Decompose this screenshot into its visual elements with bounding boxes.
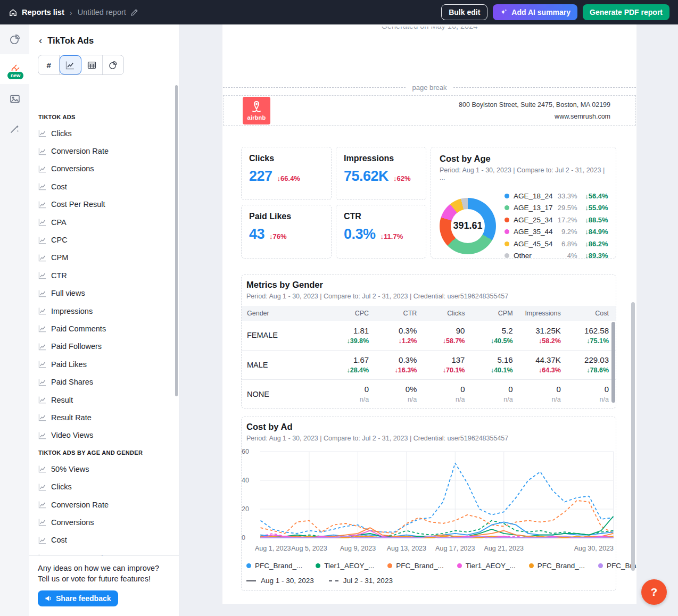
x-tick-label: Aug 13, 2023: [387, 545, 426, 552]
generate-pdf-button[interactable]: Generate PDF report: [583, 4, 669, 20]
legend-label: AGE_35_44: [514, 228, 553, 236]
sidebar-item-result-rate[interactable]: Result Rate: [29, 409, 179, 426]
metric-cell: 162.58↓75.1%: [568, 321, 616, 350]
sidebar-item-paid-likes[interactable]: Paid Likes: [29, 355, 179, 373]
metric-cell: 0n/a: [424, 379, 472, 409]
legend-dot: [505, 242, 509, 246]
sidebar-metric-list: TIKTOK ADSClicksConversion RateConversio…: [29, 109, 179, 555]
sidebar-item-impressions[interactable]: Impressions: [29, 302, 179, 320]
sidebar-item-paid-comments[interactable]: Paid Comments: [29, 320, 179, 337]
sidebar-item-ctr[interactable]: CTR: [29, 267, 179, 284]
help-button[interactable]: ?: [641, 579, 667, 605]
series-legend-item-3: Tier1_AEOY_...: [457, 562, 516, 570]
top-bar: Reports list › Untitled report Bulk edit…: [0, 0, 678, 24]
legend-delta: ↓84.9%: [577, 228, 608, 236]
rail-item-widgets[interactable]: [0, 24, 29, 54]
series-legend: PFC_Brand_...Tier1_AEOY_...PFC_Brand_...…: [246, 562, 616, 570]
sidebar-item-result[interactable]: Result: [29, 391, 179, 409]
add-ai-summary-button[interactable]: Add AI summary: [493, 4, 577, 20]
sidebar-item-video-views[interactable]: Video Views: [29, 427, 179, 444]
back-button[interactable]: ‹: [39, 35, 42, 46]
series-legend-item-1: Tier1_AEOY_...: [316, 562, 374, 570]
sidebar-item-conversion-rate[interactable]: Conversion Rate: [29, 496, 179, 513]
cell-delta: ↓58.2%: [520, 337, 561, 345]
sidebar-item-paid-followers[interactable]: Paid Followers: [29, 338, 179, 355]
toggle-line-chart-view[interactable]: [60, 55, 81, 74]
sidebar-item-cpm[interactable]: CPM: [29, 249, 179, 267]
kpi-widget-grid: Cost by Age Period: Aug 1 - 30, 2023 | C…: [241, 147, 616, 259]
toggle-pie-chart-view[interactable]: [103, 55, 123, 74]
brand-header-widget[interactable]: airbnb 800 Boylston Street, Suite 2475, …: [223, 95, 636, 126]
breadcrumb-reports-list[interactable]: Reports list: [9, 8, 64, 17]
kpi-title: CTR: [344, 212, 418, 221]
legend-label: AGE_25_34: [514, 216, 553, 224]
metric-cell: 5.2↓40.5%: [472, 321, 519, 350]
legend-label: AGE_18_24: [514, 192, 553, 200]
x-tick-label: Aug 5, 2023: [291, 545, 327, 552]
bulk-edit-button[interactable]: Bulk edit: [441, 4, 487, 20]
metric-cell: 90↓58.7%: [424, 321, 472, 350]
kpi-widget-clicks[interactable]: Clicks227↓66.4%: [241, 147, 332, 200]
widget-title: Cost by Age: [440, 154, 607, 164]
widget-subtitle: Period: Aug 1 - 30, 2023 | Compare to: J…: [440, 167, 607, 181]
cell-delta: n/a: [472, 396, 512, 403]
sidebar-item-cost-per-result[interactable]: Cost Per Result: [29, 549, 179, 555]
sidebar-item-conversions[interactable]: Conversions: [29, 513, 179, 531]
toggle-table-view[interactable]: [81, 55, 103, 74]
left-icon-rail: new: [0, 24, 29, 616]
donut-center-value: 391.61: [453, 220, 482, 231]
widget-subtitle: Period: Aug 1 - 30, 2023 | Compare to: J…: [242, 293, 616, 300]
x-axis-labels: Aug 1, 2023Aug 5, 2023Aug 9, 2023Aug 13,…: [260, 545, 614, 553]
kpi-widget-impressions[interactable]: Impressions75.62K↓62%: [336, 147, 426, 200]
kpi-widget-paid-likes[interactable]: Paid Likes43↓76%: [241, 205, 332, 259]
cost-by-age-widget[interactable]: Cost by Age Period: Aug 1 - 30, 2023 | C…: [431, 147, 616, 259]
line-chart-plot: [260, 449, 614, 541]
sidebar-scrollbar[interactable]: [175, 85, 178, 396]
line-chart-icon: [38, 465, 46, 473]
rail-item-ai-tools[interactable]: [0, 114, 29, 144]
line-chart-icon: [38, 307, 46, 315]
sidebar-item-cost[interactable]: Cost: [29, 531, 179, 549]
sidebar-title: TikTok Ads: [47, 36, 94, 46]
cell-value: 1.81: [328, 326, 369, 335]
legend-dot: [246, 563, 251, 568]
sidebar-item-label: Paid Likes: [51, 360, 87, 369]
sidebar-item-cost[interactable]: Cost: [29, 178, 179, 195]
line-chart-icon: [38, 218, 46, 226]
sidebar-item-label: Video Views: [51, 431, 93, 439]
sidebar-item-50-views[interactable]: 50% Views: [29, 460, 179, 478]
widget-title: Metrics by Gender: [242, 280, 616, 290]
cell-value: 31.25K: [520, 326, 561, 335]
share-feedback-button[interactable]: Share feedback: [38, 590, 118, 606]
sidebar-item-conversions[interactable]: Conversions: [29, 160, 179, 178]
sidebar-item-label: Paid Shares: [51, 378, 93, 386]
sidebar-item-full-views[interactable]: Full views: [29, 285, 179, 302]
table-scrollbar[interactable]: [611, 322, 615, 403]
legend-percent: 9.2%: [553, 228, 577, 236]
page-scrollbar[interactable]: [631, 302, 635, 571]
edit-pencil-icon[interactable]: [130, 9, 138, 16]
sidebar-item-cpa[interactable]: CPA: [29, 213, 179, 231]
sidebar-item-clicks[interactable]: Clicks: [29, 124, 179, 142]
rail-item-integrations[interactable]: new: [0, 54, 29, 84]
sidebar-item-paid-shares[interactable]: Paid Shares: [29, 373, 179, 390]
line-chart-icon: [38, 483, 46, 491]
toggle-number-view[interactable]: #: [38, 55, 60, 74]
period-legend: Aug 1 - 30, 2023Jul 2 - 31, 2023: [246, 577, 616, 585]
kpi-widget-ctr[interactable]: CTR0.3%↓11.7%: [336, 205, 426, 259]
cost-by-ad-widget[interactable]: Cost by Ad Period: Aug 1 - 30, 2023 | Co…: [241, 417, 616, 591]
breadcrumb-chevron-icon: ›: [70, 8, 72, 17]
legend-dot: [598, 563, 603, 568]
sidebar-item-clicks[interactable]: Clicks: [29, 478, 179, 495]
metrics-by-gender-widget[interactable]: Metrics by Gender Period: Aug 1 - 30, 20…: [241, 274, 616, 409]
sidebar-item-cpc[interactable]: CPC: [29, 231, 179, 248]
sidebar-item-cost-per-result[interactable]: Cost Per Result: [29, 196, 179, 213]
widget-title: Cost by Ad: [242, 422, 616, 432]
series-legend-item-4: PFC_Brand_...: [529, 562, 585, 570]
rail-item-images[interactable]: [0, 84, 29, 114]
cell-delta: ↓58.7%: [424, 337, 465, 345]
sidebar-item-conversion-rate[interactable]: Conversion Rate: [29, 142, 179, 160]
line-chart-icon: [65, 61, 75, 70]
sidebar-section-label: TIKTOK ADS BY AGE AND GENDER: [38, 449, 179, 456]
line-chart-icon: [38, 431, 46, 439]
